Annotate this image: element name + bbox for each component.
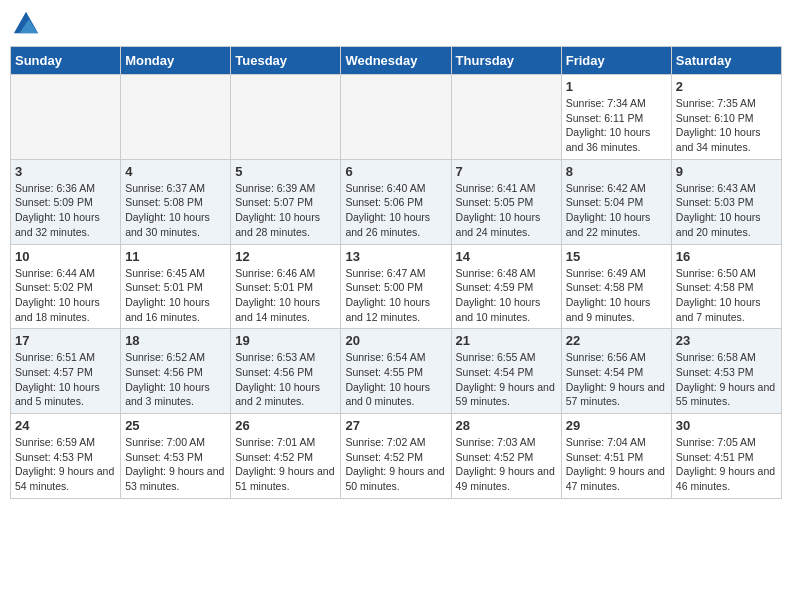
day-info: Sunrise: 7:34 AM Sunset: 6:11 PM Dayligh… xyxy=(566,96,667,155)
day-info: Sunrise: 6:53 AM Sunset: 4:56 PM Dayligh… xyxy=(235,350,336,409)
day-number: 25 xyxy=(125,418,226,433)
day-number: 28 xyxy=(456,418,557,433)
calendar-day-cell: 27Sunrise: 7:02 AM Sunset: 4:52 PM Dayli… xyxy=(341,414,451,499)
day-info: Sunrise: 7:01 AM Sunset: 4:52 PM Dayligh… xyxy=(235,435,336,494)
calendar-day-cell xyxy=(451,75,561,160)
day-info: Sunrise: 6:54 AM Sunset: 4:55 PM Dayligh… xyxy=(345,350,446,409)
day-number: 5 xyxy=(235,164,336,179)
day-info: Sunrise: 6:41 AM Sunset: 5:05 PM Dayligh… xyxy=(456,181,557,240)
calendar-day-cell: 9Sunrise: 6:43 AM Sunset: 5:03 PM Daylig… xyxy=(671,159,781,244)
day-info: Sunrise: 6:52 AM Sunset: 4:56 PM Dayligh… xyxy=(125,350,226,409)
day-info: Sunrise: 7:00 AM Sunset: 4:53 PM Dayligh… xyxy=(125,435,226,494)
day-info: Sunrise: 7:35 AM Sunset: 6:10 PM Dayligh… xyxy=(676,96,777,155)
calendar-day-cell: 5Sunrise: 6:39 AM Sunset: 5:07 PM Daylig… xyxy=(231,159,341,244)
day-info: Sunrise: 6:36 AM Sunset: 5:09 PM Dayligh… xyxy=(15,181,116,240)
day-info: Sunrise: 6:43 AM Sunset: 5:03 PM Dayligh… xyxy=(676,181,777,240)
day-number: 8 xyxy=(566,164,667,179)
day-number: 19 xyxy=(235,333,336,348)
day-info: Sunrise: 7:02 AM Sunset: 4:52 PM Dayligh… xyxy=(345,435,446,494)
calendar-day-cell: 22Sunrise: 6:56 AM Sunset: 4:54 PM Dayli… xyxy=(561,329,671,414)
weekday-header: Wednesday xyxy=(341,47,451,75)
logo[interactable] xyxy=(10,10,40,38)
day-number: 15 xyxy=(566,249,667,264)
day-number: 7 xyxy=(456,164,557,179)
calendar-week-row: 24Sunrise: 6:59 AM Sunset: 4:53 PM Dayli… xyxy=(11,414,782,499)
day-number: 29 xyxy=(566,418,667,433)
calendar-day-cell: 17Sunrise: 6:51 AM Sunset: 4:57 PM Dayli… xyxy=(11,329,121,414)
calendar-day-cell: 29Sunrise: 7:04 AM Sunset: 4:51 PM Dayli… xyxy=(561,414,671,499)
day-info: Sunrise: 6:42 AM Sunset: 5:04 PM Dayligh… xyxy=(566,181,667,240)
calendar-day-cell xyxy=(11,75,121,160)
day-number: 26 xyxy=(235,418,336,433)
calendar-day-cell: 25Sunrise: 7:00 AM Sunset: 4:53 PM Dayli… xyxy=(121,414,231,499)
calendar-day-cell: 12Sunrise: 6:46 AM Sunset: 5:01 PM Dayli… xyxy=(231,244,341,329)
calendar-day-cell: 26Sunrise: 7:01 AM Sunset: 4:52 PM Dayli… xyxy=(231,414,341,499)
page-header xyxy=(10,10,782,38)
calendar-table: SundayMondayTuesdayWednesdayThursdayFrid… xyxy=(10,46,782,499)
calendar-day-cell: 30Sunrise: 7:05 AM Sunset: 4:51 PM Dayli… xyxy=(671,414,781,499)
calendar-day-cell: 20Sunrise: 6:54 AM Sunset: 4:55 PM Dayli… xyxy=(341,329,451,414)
calendar-day-cell: 1Sunrise: 7:34 AM Sunset: 6:11 PM Daylig… xyxy=(561,75,671,160)
calendar-week-row: 3Sunrise: 6:36 AM Sunset: 5:09 PM Daylig… xyxy=(11,159,782,244)
calendar-day-cell: 2Sunrise: 7:35 AM Sunset: 6:10 PM Daylig… xyxy=(671,75,781,160)
day-info: Sunrise: 6:55 AM Sunset: 4:54 PM Dayligh… xyxy=(456,350,557,409)
day-number: 1 xyxy=(566,79,667,94)
day-info: Sunrise: 6:50 AM Sunset: 4:58 PM Dayligh… xyxy=(676,266,777,325)
day-info: Sunrise: 6:44 AM Sunset: 5:02 PM Dayligh… xyxy=(15,266,116,325)
day-number: 11 xyxy=(125,249,226,264)
calendar-day-cell: 3Sunrise: 6:36 AM Sunset: 5:09 PM Daylig… xyxy=(11,159,121,244)
weekday-header: Thursday xyxy=(451,47,561,75)
calendar-day-cell: 6Sunrise: 6:40 AM Sunset: 5:06 PM Daylig… xyxy=(341,159,451,244)
day-info: Sunrise: 6:37 AM Sunset: 5:08 PM Dayligh… xyxy=(125,181,226,240)
calendar-day-cell xyxy=(121,75,231,160)
day-number: 17 xyxy=(15,333,116,348)
day-number: 4 xyxy=(125,164,226,179)
weekday-header: Tuesday xyxy=(231,47,341,75)
calendar-day-cell: 11Sunrise: 6:45 AM Sunset: 5:01 PM Dayli… xyxy=(121,244,231,329)
day-info: Sunrise: 6:46 AM Sunset: 5:01 PM Dayligh… xyxy=(235,266,336,325)
day-number: 16 xyxy=(676,249,777,264)
calendar-day-cell: 15Sunrise: 6:49 AM Sunset: 4:58 PM Dayli… xyxy=(561,244,671,329)
calendar-day-cell: 28Sunrise: 7:03 AM Sunset: 4:52 PM Dayli… xyxy=(451,414,561,499)
calendar-day-cell: 10Sunrise: 6:44 AM Sunset: 5:02 PM Dayli… xyxy=(11,244,121,329)
day-number: 20 xyxy=(345,333,446,348)
calendar-header-row: SundayMondayTuesdayWednesdayThursdayFrid… xyxy=(11,47,782,75)
day-number: 13 xyxy=(345,249,446,264)
calendar-day-cell: 16Sunrise: 6:50 AM Sunset: 4:58 PM Dayli… xyxy=(671,244,781,329)
weekday-header: Monday xyxy=(121,47,231,75)
day-info: Sunrise: 7:05 AM Sunset: 4:51 PM Dayligh… xyxy=(676,435,777,494)
day-info: Sunrise: 6:59 AM Sunset: 4:53 PM Dayligh… xyxy=(15,435,116,494)
weekday-header: Sunday xyxy=(11,47,121,75)
day-info: Sunrise: 7:04 AM Sunset: 4:51 PM Dayligh… xyxy=(566,435,667,494)
day-number: 22 xyxy=(566,333,667,348)
calendar-day-cell: 8Sunrise: 6:42 AM Sunset: 5:04 PM Daylig… xyxy=(561,159,671,244)
day-number: 21 xyxy=(456,333,557,348)
day-number: 3 xyxy=(15,164,116,179)
day-number: 24 xyxy=(15,418,116,433)
day-info: Sunrise: 6:48 AM Sunset: 4:59 PM Dayligh… xyxy=(456,266,557,325)
day-number: 30 xyxy=(676,418,777,433)
day-number: 10 xyxy=(15,249,116,264)
calendar-day-cell: 7Sunrise: 6:41 AM Sunset: 5:05 PM Daylig… xyxy=(451,159,561,244)
day-number: 12 xyxy=(235,249,336,264)
day-info: Sunrise: 6:45 AM Sunset: 5:01 PM Dayligh… xyxy=(125,266,226,325)
day-info: Sunrise: 6:47 AM Sunset: 5:00 PM Dayligh… xyxy=(345,266,446,325)
calendar-day-cell: 24Sunrise: 6:59 AM Sunset: 4:53 PM Dayli… xyxy=(11,414,121,499)
weekday-header: Friday xyxy=(561,47,671,75)
day-number: 14 xyxy=(456,249,557,264)
calendar-week-row: 10Sunrise: 6:44 AM Sunset: 5:02 PM Dayli… xyxy=(11,244,782,329)
day-info: Sunrise: 6:51 AM Sunset: 4:57 PM Dayligh… xyxy=(15,350,116,409)
weekday-header: Saturday xyxy=(671,47,781,75)
day-number: 27 xyxy=(345,418,446,433)
day-info: Sunrise: 6:39 AM Sunset: 5:07 PM Dayligh… xyxy=(235,181,336,240)
calendar-day-cell: 18Sunrise: 6:52 AM Sunset: 4:56 PM Dayli… xyxy=(121,329,231,414)
calendar-day-cell xyxy=(341,75,451,160)
calendar-day-cell: 13Sunrise: 6:47 AM Sunset: 5:00 PM Dayli… xyxy=(341,244,451,329)
day-number: 23 xyxy=(676,333,777,348)
calendar-day-cell: 21Sunrise: 6:55 AM Sunset: 4:54 PM Dayli… xyxy=(451,329,561,414)
day-number: 2 xyxy=(676,79,777,94)
calendar-day-cell: 23Sunrise: 6:58 AM Sunset: 4:53 PM Dayli… xyxy=(671,329,781,414)
day-info: Sunrise: 6:49 AM Sunset: 4:58 PM Dayligh… xyxy=(566,266,667,325)
calendar-day-cell: 19Sunrise: 6:53 AM Sunset: 4:56 PM Dayli… xyxy=(231,329,341,414)
day-info: Sunrise: 6:58 AM Sunset: 4:53 PM Dayligh… xyxy=(676,350,777,409)
